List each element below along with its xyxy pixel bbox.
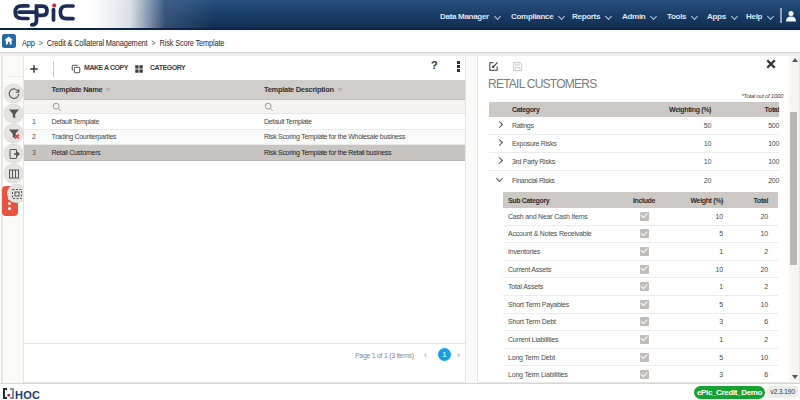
svg-text:HOC: HOC xyxy=(15,389,40,400)
